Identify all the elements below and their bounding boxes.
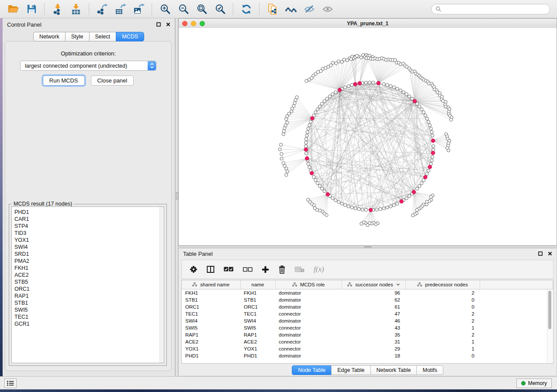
cell-MCDS-role[interactable]: dominator [275, 352, 342, 359]
import-network-button[interactable] [49, 2, 66, 16]
zoom-fit-button[interactable] [193, 2, 211, 16]
mcds-result-item[interactable]: GCR1 [12, 320, 164, 327]
mcds-result-item[interactable]: PHD1 [12, 209, 164, 216]
mcds-result-item[interactable]: SRD1 [12, 251, 164, 258]
table-row[interactable]: ACE2ACE2connector311 [182, 338, 553, 345]
cell-successor-nodes[interactable]: 31 [342, 338, 405, 345]
cell-shared-name[interactable]: YOX1 [182, 345, 240, 352]
cell-name[interactable]: ACE2 [240, 338, 275, 345]
tab-mcds[interactable]: MCDS [116, 32, 144, 41]
cell-name[interactable]: YOX1 [240, 345, 275, 352]
cell-MCDS-role[interactable]: dominator [275, 317, 342, 324]
table-row[interactable]: SWI5SWI5connector431 [182, 324, 553, 331]
column-header-shared-name[interactable]: shared name [182, 280, 240, 289]
tab-edge-table[interactable]: Edge Table [331, 365, 370, 375]
add-column-button[interactable] [262, 266, 269, 273]
cell-MCDS-role[interactable]: connector [275, 338, 342, 345]
cell-MCDS-role[interactable]: dominator [275, 303, 342, 310]
cell-shared-name[interactable]: FKH1 [182, 289, 240, 296]
cell-predecessor-nodes[interactable]: 0 [405, 303, 480, 310]
cell-MCDS-role[interactable]: dominator [275, 331, 342, 338]
mcds-result-item[interactable]: YOX1 [12, 237, 164, 244]
close-panel-x-button[interactable] [166, 22, 170, 27]
refresh-view-button[interactable] [238, 2, 255, 16]
mcds-result-item[interactable]: ORC1 [12, 285, 164, 292]
table-scrollbar-thumb[interactable] [548, 291, 551, 329]
tab-style[interactable]: Style [65, 32, 90, 41]
export-table-button[interactable] [112, 2, 129, 16]
cell-predecessor-nodes[interactable]: 1 [405, 345, 480, 352]
cell-MCDS-role[interactable]: connector [275, 310, 342, 317]
cell-successor-nodes[interactable]: 43 [342, 324, 405, 331]
cell-shared-name[interactable]: SWI4 [182, 317, 240, 324]
import-table-button[interactable] [67, 2, 85, 16]
column-header-name[interactable]: name [240, 280, 275, 289]
zoom-selected-button[interactable] [211, 2, 229, 16]
mcds-result-item[interactable]: CAR1 [12, 216, 164, 223]
mcds-result-item[interactable]: SWI5 [12, 306, 164, 313]
tab-network-table[interactable]: Network Table [370, 365, 417, 375]
show-all-button[interactable] [319, 2, 336, 16]
tab-network[interactable]: Network [33, 32, 66, 41]
tab-node-table[interactable]: Node Table [292, 365, 332, 375]
cell-shared-name[interactable]: PHD1 [182, 352, 240, 359]
column-header-predecessor-nodes[interactable]: predecessor nodes [405, 280, 480, 289]
table-row[interactable]: RAP1RAP1dominator352 [182, 331, 553, 338]
delete-table-button[interactable] [295, 266, 304, 272]
search-input[interactable] [444, 6, 546, 13]
cell-successor-nodes[interactable]: 62 [342, 296, 405, 303]
mcds-result-item[interactable]: TID3 [12, 230, 164, 237]
mcds-result-item[interactable]: STB5 [12, 279, 164, 285]
cell-MCDS-role[interactable]: dominator [275, 289, 342, 296]
zoom-in-button[interactable] [156, 2, 174, 16]
save-session-button[interactable] [23, 2, 40, 16]
cell-shared-name[interactable]: STB1 [182, 296, 240, 303]
cell-successor-nodes[interactable]: 35 [342, 331, 405, 338]
cell-name[interactable]: STB1 [240, 296, 275, 303]
cell-name[interactable]: FKH1 [240, 289, 275, 296]
float-panel-button[interactable] [156, 22, 161, 27]
cell-name[interactable]: PHD1 [240, 352, 275, 359]
cell-predecessor-nodes[interactable]: 2 [405, 317, 480, 324]
optimization-dropdown[interactable]: largest connected component (undirected) [20, 61, 156, 71]
column-header-MCDS-role[interactable]: MCDS role [275, 280, 342, 289]
cell-shared-name[interactable]: RAP1 [182, 331, 240, 338]
duplicate-network-button[interactable] [264, 2, 281, 16]
cell-successor-nodes[interactable]: 96 [342, 289, 405, 296]
table-scrollbar[interactable] [547, 289, 553, 363]
cell-predecessor-nodes[interactable]: 1 [405, 338, 480, 345]
cell-successor-nodes[interactable]: 18 [342, 352, 405, 359]
table-options-button[interactable] [190, 265, 197, 273]
panel-splitter-vertical[interactable] [175, 18, 178, 376]
mcds-result-item[interactable]: RAP1 [12, 292, 164, 299]
zoom-out-button[interactable] [175, 2, 192, 16]
task-history-button[interactable] [4, 378, 17, 388]
cell-predecessor-nodes[interactable]: 0 [405, 296, 480, 303]
tab-select[interactable]: Select [89, 32, 117, 41]
unselect-all-button[interactable] [243, 267, 253, 272]
mcds-result-item[interactable]: TEC1 [12, 313, 164, 320]
open-file-button[interactable] [4, 2, 22, 16]
table-row[interactable]: SWI4SWI4dominator462 [182, 317, 553, 324]
cell-name[interactable]: RAP1 [240, 331, 275, 338]
mcds-list-scrollbar[interactable] [159, 207, 164, 363]
cell-successor-nodes[interactable]: 47 [342, 310, 405, 317]
table-row[interactable]: PHD1PHD1dominator180 [182, 352, 553, 359]
cell-name[interactable]: SWI4 [240, 317, 275, 324]
cell-name[interactable]: SWI5 [240, 324, 275, 331]
cell-MCDS-role[interactable]: dominator [275, 296, 342, 303]
float-table-panel-button[interactable] [538, 251, 543, 256]
cell-name[interactable]: ORC1 [240, 303, 275, 310]
cell-MCDS-role[interactable]: connector [275, 324, 342, 331]
hide-selected-button[interactable] [301, 2, 318, 16]
cell-name[interactable]: TEC1 [240, 310, 275, 317]
run-mcds-button[interactable]: Run MCDS [43, 76, 85, 86]
cell-shared-name[interactable]: ACE2 [182, 338, 240, 345]
first-neighbors-button[interactable] [282, 2, 300, 16]
cell-shared-name[interactable]: TEC1 [182, 310, 240, 317]
cell-shared-name[interactable]: SWI5 [182, 324, 240, 331]
mcds-result-item[interactable]: PMA2 [12, 258, 164, 265]
mcds-result-item[interactable]: STP4 [12, 223, 164, 230]
cell-successor-nodes[interactable]: 29 [342, 345, 405, 352]
export-network-button[interactable] [93, 2, 111, 16]
